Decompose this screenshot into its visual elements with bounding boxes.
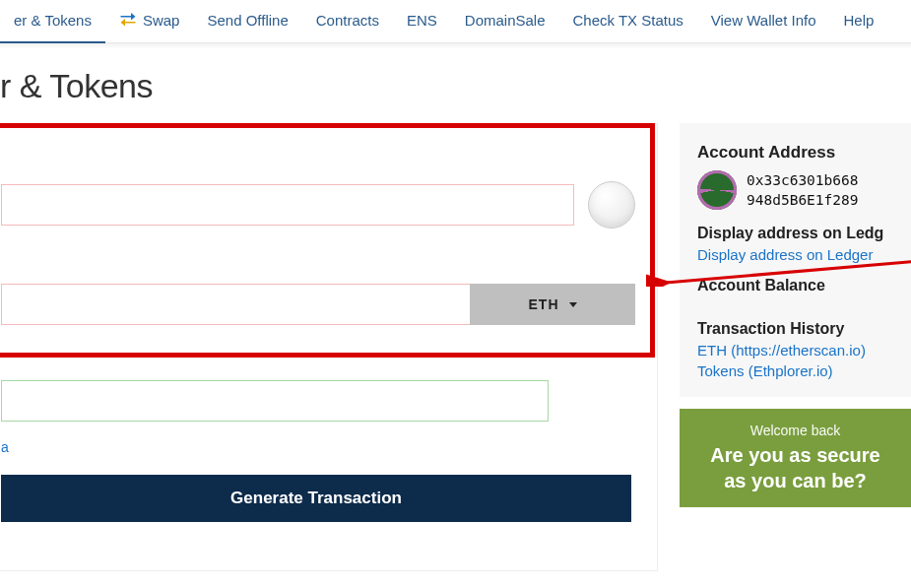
nav-domainsale[interactable]: DomainSale [451, 0, 559, 43]
account-blockie-icon [697, 170, 737, 210]
display-ledger-link[interactable]: Display address on Ledger [697, 246, 893, 263]
to-address-input[interactable] [1, 184, 574, 226]
cta-big: Are you as secure as you can be? [697, 442, 893, 493]
nav-contracts[interactable]: Contracts [302, 0, 393, 43]
advanced-link[interactable]: a [1, 439, 9, 455]
cta-small: Welcome back [697, 423, 893, 438]
address-identicon [588, 181, 635, 229]
nav-swap[interactable]: Swap [105, 0, 194, 43]
display-ledger-heading: Display address on Ledg [697, 225, 893, 242]
currency-label: ETH [529, 296, 559, 312]
gas-row [1, 380, 635, 422]
top-nav: er & Tokens Swap Send Offline Contracts … [0, 0, 911, 43]
history-link-tokens[interactable]: Tokens (Ethplorer.io) [697, 362, 893, 379]
generate-transaction-button[interactable]: Generate Transaction [1, 475, 631, 522]
currency-dropdown[interactable]: ETH [470, 284, 635, 325]
amount-row: ETH [1, 284, 635, 325]
send-form: ETH a Generate Transaction [0, 123, 658, 571]
sidebar: Account Address 0x33c6301b668 948d5B6E1f… [680, 123, 911, 507]
to-address-row [1, 181, 635, 229]
nav-send-tokens[interactable]: er & Tokens [0, 0, 105, 43]
nav-check-tx[interactable]: Check TX Status [559, 0, 697, 43]
swap-icon [119, 11, 137, 30]
security-cta[interactable]: Welcome back Are you as secure as you ca… [680, 409, 911, 507]
account-balance-heading: Account Balance [697, 277, 893, 294]
account-widget: Account Address 0x33c6301b668 948d5B6E1f… [680, 123, 911, 397]
history-link-eth[interactable]: ETH (https://etherscan.io) [697, 342, 893, 359]
nav-swap-label: Swap [143, 12, 180, 29]
nav-send-offline[interactable]: Send Offline [193, 0, 301, 43]
transaction-history-heading: Transaction History [697, 320, 893, 338]
account-address-line1: 0x33c6301b668 [747, 170, 859, 190]
account-address-line2: 948d5B6E1f289 [747, 190, 859, 210]
chevron-down-icon [569, 302, 577, 307]
gas-limit-input[interactable] [1, 380, 549, 422]
nav-ens[interactable]: ENS [393, 0, 451, 43]
page-title: r & Tokens [0, 49, 911, 123]
nav-view-wallet[interactable]: View Wallet Info [697, 0, 830, 43]
nav-help[interactable]: Help [830, 0, 888, 43]
amount-input[interactable] [1, 284, 470, 325]
account-address-heading: Account Address [697, 143, 893, 163]
